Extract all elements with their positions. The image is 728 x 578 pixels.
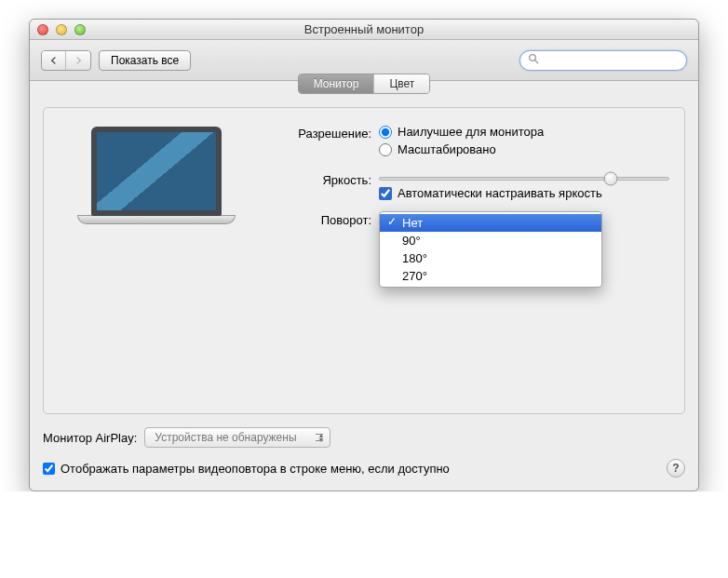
resolution-scaled-label: Масштабировано (398, 142, 496, 156)
auto-brightness-check[interactable]: Автоматически настраивать яркость (379, 186, 669, 200)
airplay-row: Монитор AirPlay: Устройства не обнаружен… (43, 427, 685, 448)
show-mirroring-label: Отображать параметры видеоповтора в стро… (61, 462, 450, 476)
show-all-button[interactable]: Показать все (99, 50, 191, 71)
resolution-scaled-radio[interactable]: Масштабировано (379, 142, 544, 156)
show-mirroring-input[interactable] (43, 463, 55, 475)
tab-bar: Монитор Цвет (43, 74, 685, 94)
nav-segment (41, 50, 91, 71)
rotation-option-none[interactable]: Нет (380, 214, 601, 232)
laptop-icon (77, 127, 236, 224)
brightness-slider[interactable] (379, 177, 669, 181)
tab-monitor[interactable]: Монитор (299, 74, 375, 93)
rotation-option-90[interactable]: 90° (380, 232, 601, 249)
window-title: Встроенный монитор (30, 22, 698, 36)
help-button[interactable]: ? (667, 459, 685, 477)
airplay-popup[interactable]: Устройства не обнаружены ▲▼ (144, 427, 330, 448)
back-button[interactable] (42, 51, 66, 70)
search-field[interactable] (519, 50, 687, 71)
search-input[interactable] (543, 54, 679, 67)
rotation-option-180[interactable]: 180° (380, 249, 601, 267)
forward-button[interactable] (66, 51, 90, 70)
rotation-menu: Нет 90° 180° 270° (379, 211, 602, 288)
airplay-value: Устройства не обнаружены (155, 431, 296, 444)
rotation-label: Поворот: (276, 211, 379, 227)
popup-arrows-icon: ▲▼ (317, 433, 324, 442)
airplay-label: Монитор AirPlay: (43, 431, 137, 445)
brightness-label: Яркость: (276, 171, 379, 187)
content-area: Монитор Цвет Разрешение: (30, 81, 698, 491)
resolution-scaled-input[interactable] (379, 143, 392, 156)
search-icon (528, 53, 539, 67)
resolution-best-input[interactable] (379, 126, 392, 139)
tab-color[interactable]: Цвет (374, 74, 429, 93)
titlebar: Встроенный монитор (30, 20, 698, 40)
show-mirroring-row: Отображать параметры видеоповтора в стро… (43, 459, 685, 477)
svg-line-1 (535, 60, 538, 63)
settings-panel: Разрешение: Наилучшее для монитора Масшт… (43, 107, 685, 414)
monitor-illustration (59, 121, 254, 261)
chevron-left-icon (49, 56, 58, 65)
settings-form: Разрешение: Наилучшее для монитора Масшт… (276, 121, 669, 261)
svg-point-0 (530, 55, 536, 61)
resolution-label: Разрешение: (276, 125, 379, 141)
rotation-option-270[interactable]: 270° (380, 267, 601, 285)
chevron-right-icon (74, 56, 83, 65)
auto-brightness-label: Автоматически настраивать яркость (398, 186, 602, 200)
resolution-best-label: Наилучшее для монитора (398, 125, 544, 139)
brightness-knob[interactable] (604, 172, 618, 186)
resolution-best-radio[interactable]: Наилучшее для монитора (379, 125, 544, 139)
auto-brightness-input[interactable] (379, 187, 392, 200)
preferences-window: Встроенный монитор Показать все Монитор … (29, 19, 699, 491)
